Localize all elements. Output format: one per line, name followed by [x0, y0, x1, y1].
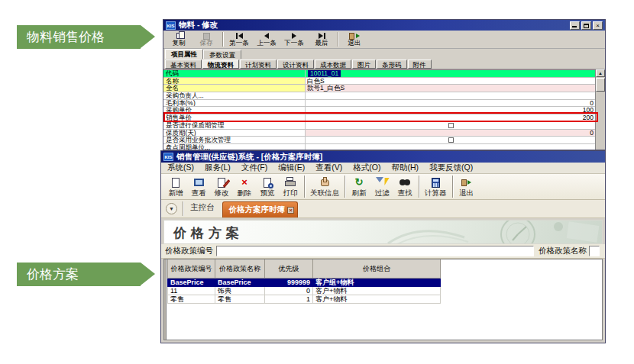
- form-scrollbar[interactable]: ▲: [595, 69, 605, 150]
- tab-basic-info[interactable]: 基本资料: [165, 60, 202, 69]
- toolbar-separator: [304, 176, 305, 198]
- tab-attachment[interactable]: 附件: [408, 60, 432, 69]
- filter-row: 价格政策编号 价格政策名称: [161, 244, 605, 259]
- preview-button[interactable]: 预览: [256, 176, 279, 198]
- menu-feedback[interactable]: 我要反馈(Q): [429, 163, 473, 173]
- batch-managed-cell: [306, 137, 597, 143]
- tab-main-console[interactable]: 主控台: [186, 202, 222, 217]
- sales-titlebar: KIS 销售管理(供应链)系统 - [价格方案序时簿]: [161, 151, 605, 163]
- last-record-button[interactable]: 最后: [308, 31, 335, 48]
- calculator-button[interactable]: 计算器: [422, 176, 450, 198]
- minimize-button[interactable]: [570, 21, 580, 30]
- close-button[interactable]: ×: [593, 21, 603, 30]
- col-header-price-combo[interactable]: 价格组合: [313, 259, 441, 278]
- tab-logistics-info[interactable]: 物流资料: [202, 60, 239, 69]
- scroll-up-icon[interactable]: ▲: [596, 69, 605, 77]
- table-row-baseprice[interactable]: BasePrice BasePrice 999999 客户组+物料: [168, 278, 441, 286]
- material-toolbar: 复制 保存 第一条 上一条 下一条 最后: [163, 31, 605, 49]
- tab-price-plan-journal[interactable]: 价格方案序时簿 ×: [222, 201, 299, 217]
- gross-margin-value[interactable]: 0: [306, 100, 597, 107]
- tab-cost-data[interactable]: 成本数据: [315, 60, 351, 69]
- copy-button[interactable]: 复制: [165, 31, 192, 48]
- form-row-shelf-life-managed: 是否进行保质期管理: [163, 122, 597, 130]
- find-button[interactable]: 查找: [393, 176, 416, 198]
- col-header-policy-name[interactable]: 价格政策名称: [215, 259, 265, 278]
- col-header-policy-no[interactable]: 价格政策编号: [168, 259, 215, 278]
- policy-name-input[interactable]: [589, 246, 600, 256]
- form-row-purchase-manager: 采购负责人...: [163, 92, 597, 100]
- count-cycle-unit-value[interactable]: [306, 144, 597, 150]
- sales-price-value[interactable]: 200: [306, 114, 597, 121]
- related-info-button[interactable]: 关联信息: [307, 176, 342, 198]
- cell-priority: 0: [265, 286, 313, 295]
- purchase-price-value[interactable]: 100: [306, 107, 597, 114]
- scrollbar-thumb[interactable]: [596, 78, 605, 92]
- batch-managed-checkbox[interactable]: [448, 137, 454, 143]
- tab-close-icon[interactable]: ×: [287, 207, 294, 214]
- refresh-button[interactable]: ↻ 刷新: [348, 176, 370, 198]
- previous-record-button[interactable]: 上一条: [253, 31, 280, 48]
- tab-picture[interactable]: 图片: [352, 60, 376, 69]
- menu-service[interactable]: 服务(L): [205, 163, 231, 173]
- modify-button[interactable]: 修改: [210, 176, 233, 198]
- table-row-11[interactable]: 11 饰典 0 客户+物料: [168, 286, 441, 295]
- primary-tab-bar: 项目属性 参数设置: [163, 49, 605, 59]
- view-button[interactable]: 查看: [187, 176, 210, 198]
- shelf-life-days-value[interactable]: 0: [306, 130, 597, 137]
- price-policy-table: 价格政策编号 价格政策名称 优先级 价格组合 BasePrice BasePri…: [167, 259, 441, 304]
- form-row-code: 代码 10011_01: [163, 70, 597, 78]
- name-value[interactable]: 白色S: [306, 78, 597, 85]
- fullname-value[interactable]: 款号1_白色S: [306, 85, 597, 92]
- tab-planning-info[interactable]: 计划资料: [240, 60, 277, 69]
- form-row-shelf-life-days: 保质期(天) 0: [163, 130, 597, 137]
- first-record-button[interactable]: 第一条: [225, 31, 253, 48]
- filter-button[interactable]: 过滤: [370, 176, 393, 198]
- print-button[interactable]: 打印: [279, 176, 302, 198]
- gross-margin-label: 毛利率(%): [163, 100, 306, 107]
- shelf-life-managed-label: 是否进行保质期管理: [163, 122, 306, 129]
- binoculars-icon: [399, 176, 411, 188]
- menu-view[interactable]: 查看(V): [315, 163, 342, 173]
- sales-toolbar: 新增 查看 修改 × 删除 预览 打印: [161, 174, 605, 200]
- form-row-batch-managed: 是否采用业务批次管理: [163, 137, 597, 144]
- shelf-life-managed-checkbox[interactable]: [448, 123, 454, 128]
- printer-icon: [284, 176, 296, 188]
- cell-price-combo: 客户+物料: [313, 295, 441, 303]
- table-row-retail[interactable]: 零售 零售 1 客户+物料: [168, 295, 441, 303]
- clock-book-watermark: [373, 221, 602, 244]
- toolbar-separator: [452, 176, 453, 198]
- col-header-priority[interactable]: 优先级: [265, 259, 313, 278]
- tab-design-info[interactable]: 设计资料: [277, 60, 314, 69]
- menu-format[interactable]: 格式(O): [353, 163, 380, 173]
- row-indicator-gutter: [164, 259, 167, 340]
- menu-help[interactable]: 帮助(H): [391, 163, 419, 173]
- cell-policy-name: BasePrice: [215, 278, 265, 286]
- policy-no-input[interactable]: [216, 246, 534, 256]
- tabstrip-separator: [183, 201, 183, 216]
- next-record-button[interactable]: 下一条: [280, 31, 308, 48]
- secondary-tab-bar: 基本资料 物流资料 计划资料 设计资料 成本数据 图片 条形码 附件: [163, 59, 605, 69]
- document-tab-strip: ▼ 主控台 价格方案序时簿 ×: [161, 200, 605, 218]
- toolbar-separator: [338, 32, 338, 47]
- exit-button[interactable]: 退出: [341, 31, 368, 48]
- menu-edit[interactable]: 编辑(E): [278, 163, 305, 173]
- tab-parameter-settings[interactable]: 参数设置: [203, 50, 241, 59]
- tab-barcode[interactable]: 条形码: [377, 60, 407, 69]
- form-row-purchase-price: 采购单价 100: [163, 107, 597, 114]
- new-button[interactable]: 新增: [164, 176, 187, 198]
- tab-dropdown-button[interactable]: ▼: [166, 203, 177, 214]
- save-button[interactable]: 保存: [192, 31, 220, 48]
- delete-button[interactable]: × 删除: [233, 176, 256, 198]
- count-cycle-unit-label: 盘点周期单位...: [163, 144, 306, 150]
- code-value[interactable]: 10011_01: [308, 70, 341, 77]
- code-value-cell[interactable]: 10011_01: [306, 70, 597, 77]
- price-plan-banner: 价格方案: [163, 220, 603, 244]
- toolbar-separator: [419, 176, 419, 198]
- maximize-button[interactable]: [581, 21, 591, 30]
- menu-file[interactable]: 文件(F): [241, 163, 267, 173]
- purchase-manager-value[interactable]: [306, 92, 597, 99]
- tab-item-properties[interactable]: 项目属性: [165, 49, 203, 59]
- menu-system[interactable]: 系统(S): [167, 163, 194, 173]
- material-titlebar: KIS 物料 - 修改 ×: [163, 20, 605, 31]
- exit-button[interactable]: 退出: [455, 176, 478, 198]
